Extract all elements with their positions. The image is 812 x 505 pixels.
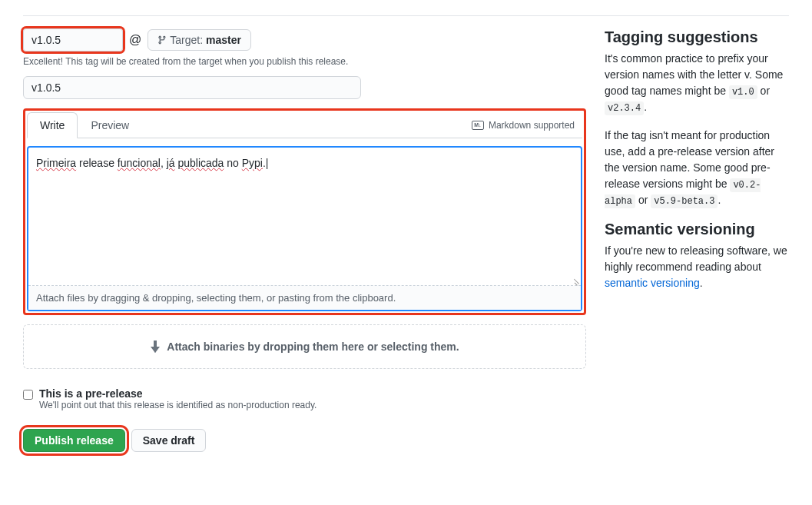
branch-icon <box>157 35 167 45</box>
tag-input[interactable] <box>23 28 123 51</box>
release-title-input[interactable] <box>23 76 361 99</box>
tag-hint: Excellent! This tag will be created from… <box>23 56 586 67</box>
editor-container: Write Preview M↓ Markdown supported Prim… <box>23 108 586 315</box>
semantic-versioning-heading: Semantic versioning <box>605 221 789 238</box>
tagging-paragraph-2: If the tag isn't meant for production us… <box>605 128 789 208</box>
target-branch-button[interactable]: Target: master <box>147 29 251 51</box>
target-branch-name: master <box>206 34 241 46</box>
target-label: Target: <box>170 34 203 46</box>
markdown-icon: M↓ <box>472 121 484 130</box>
binary-dropzone[interactable]: Attach binaries by dropping them here or… <box>23 324 586 369</box>
arrow-down-icon <box>150 341 161 353</box>
prerelease-description: We'll point out that this release is ide… <box>39 400 317 410</box>
resize-handle[interactable] <box>572 276 579 284</box>
semantic-versioning-link[interactable]: semantic versioning <box>605 277 700 289</box>
markdown-supported-link[interactable]: M↓ Markdown supported <box>472 120 582 131</box>
save-draft-button[interactable]: Save draft <box>131 429 207 452</box>
prerelease-checkbox[interactable] <box>23 390 33 400</box>
description-content[interactable]: Primeira release funcional, já publicada… <box>28 148 581 286</box>
publish-release-button[interactable]: Publish release <box>23 429 125 452</box>
semver-paragraph: If you're new to releasing software, we … <box>605 243 789 291</box>
tab-write[interactable]: Write <box>27 112 78 138</box>
description-textarea[interactable]: Primeira release funcional, já publicada… <box>27 146 582 311</box>
tagging-suggestions-heading: Tagging suggestions <box>605 28 789 46</box>
at-sign: @ <box>129 33 141 47</box>
prerelease-label: This is a pre-release <box>39 387 317 400</box>
attach-files-hint[interactable]: Attach files by dragging & dropping, sel… <box>28 286 581 310</box>
tab-preview[interactable]: Preview <box>78 112 142 138</box>
tagging-paragraph-1: It's common practice to prefix your vers… <box>605 51 789 115</box>
